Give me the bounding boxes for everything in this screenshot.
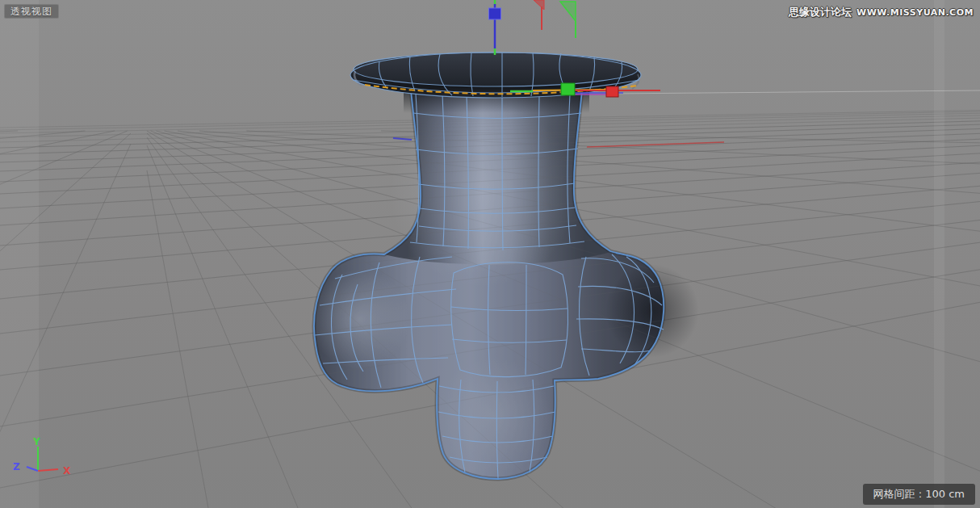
plane-handle-red-triangle[interactable] bbox=[534, 0, 544, 10]
axis-gizmo-x-label: X bbox=[63, 465, 71, 477]
axis-gizmo-x-line bbox=[38, 469, 58, 471]
axis-gizmo-y-label: Y bbox=[32, 436, 40, 447]
watermark-site-url: WWW.MISSYUAN.COM bbox=[856, 7, 974, 18]
model-polygon-object[interactable] bbox=[0, 52, 980, 508]
scale-handle-red-cube[interactable] bbox=[606, 86, 618, 97]
watermark-site-name: 思缘设计论坛 bbox=[789, 6, 852, 18]
scale-handle-blue-cube[interactable] bbox=[489, 8, 501, 19]
plane-handle-green-triangle[interactable] bbox=[560, 2, 576, 21]
watermark: 思缘设计论坛WWW.MISSYUAN.COM bbox=[789, 5, 974, 19]
scene-canvas[interactable]: Y X Z bbox=[0, 0, 980, 508]
axis-gizmo: Y X Z bbox=[13, 436, 71, 477]
horizon-highlight-line bbox=[611, 90, 980, 94]
view-menu-label[interactable]: 透视视图 bbox=[4, 4, 59, 19]
scale-handle-green-cube[interactable] bbox=[561, 83, 575, 95]
shading-right-cap bbox=[605, 264, 699, 358]
3d-viewport[interactable]: Y X Z 透视视图 思缘设计论坛WWW.MISSYUAN.COM 网格间距 :… bbox=[0, 0, 980, 508]
axis-gizmo-z-label: Z bbox=[13, 461, 20, 472]
grid-spacing-badge: 网格间距 : 100 cm bbox=[863, 484, 975, 505]
axis-gizmo-z-line bbox=[27, 467, 38, 471]
